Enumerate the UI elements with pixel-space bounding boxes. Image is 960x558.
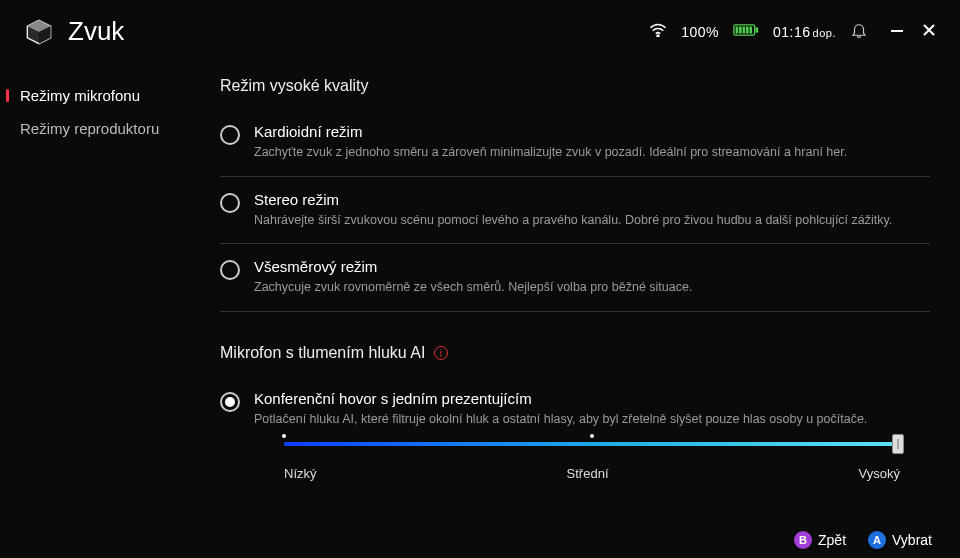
section-title-ai-noise: Mikrofon s tlumením hluku AI i xyxy=(220,344,930,362)
option-title: Konferenční hovor s jedním prezentujícím xyxy=(254,390,930,407)
footer-back-label: Zpět xyxy=(818,532,846,548)
app-logo-icon xyxy=(24,17,54,47)
window-controls xyxy=(890,23,936,40)
footer-back-button[interactable]: B Zpět xyxy=(794,531,846,549)
option-desc: Zachyťte zvuk z jednoho směru a zároveň … xyxy=(254,144,930,162)
content: Režim vysoké kvality Kardioidní režim Za… xyxy=(200,57,960,519)
header-left: Zvuk xyxy=(24,16,124,47)
sidebar-item-speaker-modes[interactable]: Režimy reproduktoru xyxy=(0,112,200,145)
svg-rect-9 xyxy=(746,27,749,34)
page-title: Zvuk xyxy=(68,16,124,47)
battery-icon xyxy=(733,23,759,40)
footer-select-label: Vybrat xyxy=(892,532,932,548)
slider-label-high: Vysoký xyxy=(859,466,900,481)
info-icon[interactable]: i xyxy=(434,346,448,360)
option-stereo[interactable]: Stereo režim Nahrávejte širší zvukovou s… xyxy=(220,181,930,245)
slider-thumb[interactable] xyxy=(892,434,904,454)
noise-slider[interactable]: Nízký Střední Vysoký xyxy=(284,442,900,481)
sidebar-item-label: Režimy reproduktoru xyxy=(20,120,159,137)
radio-icon[interactable] xyxy=(220,392,240,412)
footer: B Zpět A Vybrat xyxy=(0,522,960,558)
option-conference[interactable]: Konferenční hovor s jedním prezentujícím… xyxy=(220,380,930,488)
close-button[interactable] xyxy=(922,23,936,40)
option-desc: Zachycuje zvuk rovnoměrně ze všech směrů… xyxy=(254,279,930,297)
radio-icon[interactable] xyxy=(220,125,240,145)
svg-rect-11 xyxy=(891,30,903,32)
section-title-quality: Režim vysoké kvality xyxy=(220,77,930,95)
a-button-icon: A xyxy=(868,531,886,549)
footer-select-button[interactable]: A Vybrat xyxy=(868,531,932,549)
slider-labels: Nízký Střední Vysoký xyxy=(284,466,900,481)
battery-percent: 100% xyxy=(681,24,719,40)
wifi-icon xyxy=(649,23,667,40)
option-cardioid[interactable]: Kardioidní režim Zachyťte zvuk z jednoho… xyxy=(220,113,930,177)
option-desc: Nahrávejte širší zvukovou scénu pomocí l… xyxy=(254,212,930,230)
svg-rect-8 xyxy=(743,27,746,34)
header-status: 100% 01:16dop. xyxy=(649,21,936,42)
option-desc: Potlačení hluku AI, které filtruje okoln… xyxy=(254,411,930,429)
svg-rect-10 xyxy=(749,27,752,34)
header: Zvuk 100% 01:16dop. xyxy=(0,0,960,57)
option-title: Kardioidní režim xyxy=(254,123,930,140)
option-title: Stereo režim xyxy=(254,191,930,208)
slider-label-low: Nízký xyxy=(284,466,317,481)
radio-icon[interactable] xyxy=(220,193,240,213)
clock: 01:16dop. xyxy=(773,24,836,40)
minimize-button[interactable] xyxy=(890,23,904,40)
svg-rect-7 xyxy=(739,27,742,34)
sidebar-item-mic-modes[interactable]: Režimy mikrofonu xyxy=(0,79,200,112)
option-title: Všesměrový režim xyxy=(254,258,930,275)
svg-rect-5 xyxy=(756,27,759,32)
b-button-icon: B xyxy=(794,531,812,549)
option-omni[interactable]: Všesměrový režim Zachycuje zvuk rovnoměr… xyxy=(220,248,930,312)
radio-icon[interactable] xyxy=(220,260,240,280)
bell-icon[interactable] xyxy=(850,21,868,42)
slider-label-mid: Střední xyxy=(567,466,609,481)
sidebar: Režimy mikrofonu Režimy reproduktoru xyxy=(0,57,200,519)
svg-point-3 xyxy=(657,35,659,37)
sidebar-item-label: Režimy mikrofonu xyxy=(20,87,140,104)
svg-rect-6 xyxy=(736,27,739,34)
